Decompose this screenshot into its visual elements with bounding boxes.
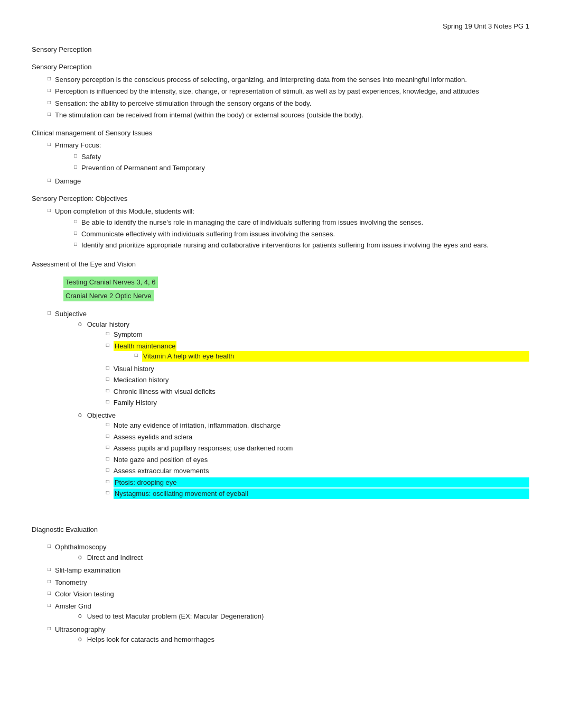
page-title: Spring 19 Unit 3 Notes PG 1 <box>32 21 529 32</box>
list-item: Amsler Grid Used to test Macular problem… <box>48 601 529 623</box>
ptosis-highlight: Ptosis: drooping eye <box>114 477 529 488</box>
assessment-heading: Assessment of the Eye and Vision <box>32 259 529 270</box>
vitamin-highlight: Vitamin A help with eye health <box>142 351 529 362</box>
list-item: Note gaze and position of eyes <box>106 455 529 465</box>
objective-item: Objective Note any evidence of irritatio… <box>78 410 529 500</box>
list-item: Assess eyelids and sclera <box>106 432 529 443</box>
list-item: Chronic Illness with visual deficits <box>106 386 529 397</box>
list-item: Identify and prioritize appropriate nurs… <box>74 240 529 251</box>
objectives-list: Upon completion of this Module, students… <box>32 206 529 252</box>
list-item: Communicate effectively with individuals… <box>74 229 529 239</box>
ultrasonography-sublist: Helps look for cataracts and hemorrhages <box>55 634 529 645</box>
vitamin-list: Vitamin A help with eye health <box>114 351 529 362</box>
cranial-nerves-highlight: Testing Cranial Nerves 3, 4, 6 <box>63 277 158 288</box>
ocular-subitems: Symptom Health maintenance Vitamin A hel… <box>87 329 529 408</box>
clinical-management-heading: Clinical management of Sensory Issues <box>32 128 529 139</box>
primary-focus-sublist: Safety Prevention of Permanent and Tempo… <box>55 152 529 173</box>
list-item: Primary Focus: Safety Prevention of Perm… <box>48 140 529 174</box>
list-item: Prevention of Permanent and Temporary <box>74 163 529 173</box>
list-item: Helps look for cataracts and hemorrhages <box>78 634 529 645</box>
list-item: Symptom <box>106 329 529 340</box>
list-item: Assess pupils and pupillary responses; u… <box>106 443 529 454</box>
health-maintenance-highlight: Health maintenance <box>114 341 177 352</box>
list-item: The stimulation can be received from int… <box>48 110 529 121</box>
list-item: Upon completion of this Module, students… <box>48 206 529 252</box>
list-item: Ophthalmoscopy Direct and Indirect <box>48 542 529 564</box>
cranial-nerve-optic-highlight: Cranial Nerve 2 Optic Nerve <box>63 290 154 302</box>
subjective-item: Subjective Ocular history Symptom Health… <box>48 309 529 501</box>
assessment-highlights: Testing Cranial Nerves 3, 4, 6 Cranial N… <box>32 277 529 303</box>
ophthalmoscopy-sublist: Direct and Indirect <box>55 552 529 563</box>
list-item: Vitamin A help with eye health <box>135 351 529 362</box>
list-item: Note any evidence of irritation, inflamm… <box>106 420 529 431</box>
list-item: Perception is influenced by the intensit… <box>48 86 529 97</box>
diagnostic-evaluation-heading: Diagnostic Evaluation <box>32 524 529 535</box>
sensory-perception-list: Sensory perception is the conscious proc… <box>32 75 529 121</box>
sensory-perception-heading-1: Sensory Perception <box>32 44 529 55</box>
list-item: Ultrasonography Helps look for cataracts… <box>48 624 529 646</box>
list-item: Health maintenance Vitamin A help with e… <box>106 341 529 363</box>
objective-subitems: Note any evidence of irritation, inflamm… <box>87 420 529 499</box>
ocular-history-item: Ocular history Symptom Health maintenanc… <box>78 319 529 409</box>
list-item: Be able to identify the nurse’s role in … <box>74 217 529 228</box>
list-item: Sensation: the ability to perceive stimu… <box>48 98 529 109</box>
nystagmus-highlight: Nystagmus: oscillating movement of eyeba… <box>114 489 529 499</box>
amsler-sublist: Used to test Macular problem (EX: Macula… <box>55 611 529 622</box>
objectives-heading: Sensory Perception: Objectives <box>32 193 529 204</box>
objectives-sublist: Be able to identify the nurse’s role in … <box>55 217 529 251</box>
list-item: Safety <box>74 152 529 162</box>
list-item: Nystagmus: oscillating movement of eyeba… <box>106 489 529 499</box>
subjective-list: Subjective Ocular history Symptom Health… <box>32 309 529 501</box>
list-item: Assess extraocular movements <box>106 466 529 476</box>
list-item: Damage <box>48 176 529 187</box>
list-item: Tonometry <box>48 577 529 588</box>
list-item: Sensory perception is the conscious proc… <box>48 75 529 85</box>
list-item: Color Vision testing <box>48 589 529 600</box>
diagnostic-list: Ophthalmoscopy Direct and Indirect Slit-… <box>32 542 529 646</box>
list-item: Ptosis: drooping eye <box>106 477 529 488</box>
list-item: Direct and Indirect <box>78 552 529 563</box>
ocular-history-list: Ocular history Symptom Health maintenanc… <box>55 319 529 500</box>
list-item: Used to test Macular problem (EX: Macula… <box>78 611 529 622</box>
sensory-perception-heading-2: Sensory Perception <box>32 62 529 72</box>
list-item: Family History <box>106 398 529 408</box>
list-item: Visual history <box>106 364 529 374</box>
list-item: Medication history <box>106 375 529 385</box>
clinical-management-list: Primary Focus: Safety Prevention of Perm… <box>32 140 529 186</box>
list-item: Slit-lamp examination <box>48 565 529 576</box>
